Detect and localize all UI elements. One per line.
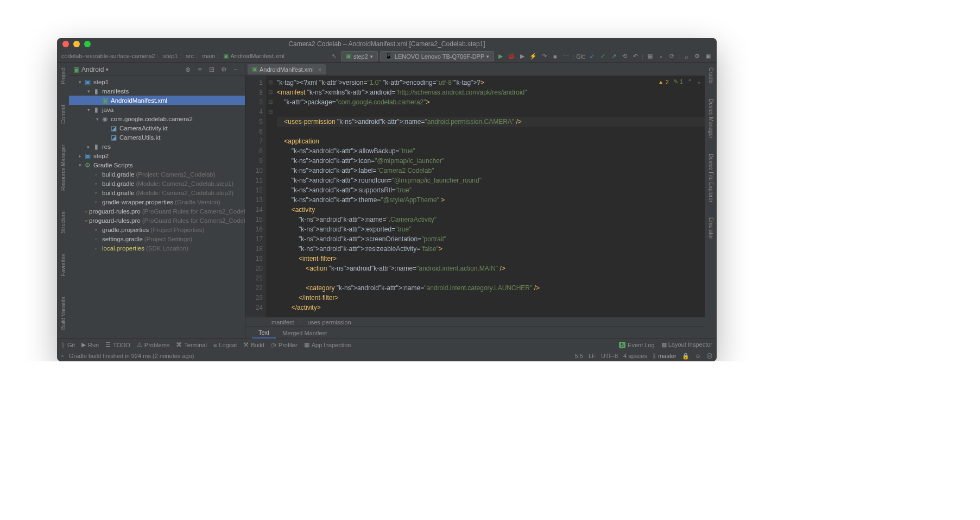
tool-window-tab[interactable]: Emulator	[708, 215, 714, 241]
tool-window-tab[interactable]: Structure	[60, 209, 66, 236]
tree-item[interactable]: ▫proguard-rules.pro(ProGuard Rules for C…	[69, 216, 245, 225]
git-push-icon[interactable]: ↗	[609, 52, 618, 61]
coverage-icon[interactable]: ▶	[518, 52, 527, 61]
git-branch[interactable]: ᚱ master	[653, 353, 676, 359]
run-button[interactable]: ▶	[496, 52, 505, 61]
editor-breadcrumb[interactable]: manifest 〉 uses-permission	[245, 317, 705, 327]
minimize-window-button[interactable]	[73, 41, 80, 47]
line-gutter[interactable]: 123456789101112131415161718192021222324	[245, 76, 266, 317]
tree-item[interactable]: ▸▮res	[69, 142, 245, 151]
memory-icon[interactable]: ☹	[706, 353, 712, 360]
editor-sub-tab[interactable]: Text	[252, 328, 276, 339]
tool-window-button[interactable]: ᚱ Git	[61, 342, 75, 348]
file-encoding[interactable]: UTF-8	[601, 353, 618, 359]
indent-setting[interactable]: 4 spaces	[623, 353, 647, 359]
tool-window-tab[interactable]: Gradle	[708, 65, 714, 86]
line-separator[interactable]: LF	[589, 353, 596, 359]
run-config-selector[interactable]: ▣ step2 ▾	[341, 51, 378, 61]
tree-item[interactable]: ◪CameraActivity.kt	[69, 123, 245, 133]
man-icon[interactable]: ☺	[695, 353, 701, 359]
tool-window-button[interactable]: ▦ App Inspection	[304, 341, 351, 348]
settings-icon[interactable]: ⚙	[693, 52, 701, 61]
editor-tabs: ▣ AndroidManifest.xml ×	[245, 63, 705, 76]
expand-all-icon[interactable]: ≡	[195, 65, 205, 74]
cursor-position[interactable]: 5:5	[575, 353, 583, 359]
help-icon[interactable]: ▣	[704, 52, 712, 61]
zoom-window-button[interactable]	[84, 41, 91, 47]
editor-sub-tab[interactable]: Merged Manifest	[276, 328, 333, 338]
tool-window-tab[interactable]: Device File Explorer	[708, 152, 714, 204]
tool-window-tab[interactable]: Build Variants	[60, 295, 66, 332]
back-icon[interactable]: ↖	[330, 52, 339, 61]
status-bar: ▫ Gradle build finished in 924 ms (2 min…	[57, 350, 717, 361]
settings-icon[interactable]: ⚙	[219, 65, 229, 74]
debug-icon[interactable]: 🐞	[507, 52, 516, 61]
tool-window-tab[interactable]: Project	[60, 65, 66, 86]
device-selector[interactable]: 📱 LENOVO Lenovo TB-Q706F-DPP ▾	[380, 51, 494, 61]
right-tool-rail: GradleDevice ManagerDevice File Explorer…	[705, 63, 717, 339]
titlebar: Camera2 Codelab – AndroidManifest.xml [C…	[57, 38, 717, 50]
tool-window-button[interactable]: ▦ Layout Inspector	[661, 341, 712, 348]
window-title: Camera2 Codelab – AndroidManifest.xml [C…	[288, 40, 485, 48]
profile-icon[interactable]: ⚡	[529, 52, 538, 61]
rollback-icon[interactable]: ↶	[631, 52, 640, 61]
tool-window-button[interactable]: ⚒ Build	[243, 341, 264, 348]
tree-item[interactable]: ▫gradle-wrapper.properties(Gradle Versio…	[69, 197, 245, 206]
editor-tab[interactable]: ▣ AndroidManifest.xml ×	[248, 64, 326, 74]
tree-item[interactable]: ▸▣step2	[69, 151, 245, 160]
tree-item[interactable]: ▣AndroidManifest.xml	[69, 96, 245, 105]
collapse-all-icon[interactable]: ⊟	[207, 65, 217, 74]
left-tool-rail: ProjectCommitResource ManagerStructureFa…	[57, 63, 69, 339]
tree-item[interactable]: ▾▮java	[69, 105, 245, 114]
tree-item[interactable]: ▾◉com.google.codelab.camera2	[69, 114, 245, 123]
tree-item[interactable]: ▾▮manifests	[69, 86, 245, 96]
sdk-icon[interactable]: ▫	[656, 52, 665, 61]
editor-area: ▣ AndroidManifest.xml × 1234567891011121…	[245, 63, 705, 339]
tool-window-tab[interactable]: Commit	[60, 103, 66, 126]
stop-icon[interactable]: ■	[551, 52, 559, 61]
inspection-widget[interactable]: ▲ 2 ✎ 1 ⌃ ⌄	[658, 78, 701, 85]
tool-window-button[interactable]: ≡ Logcat	[213, 342, 237, 348]
tool-window-tab[interactable]: Resource Manager	[60, 142, 66, 193]
window-controls	[62, 41, 91, 47]
search-icon[interactable]: ⌕	[682, 52, 691, 61]
tree-item[interactable]: ▫build.gradle(Project: Camera2_Codelab)	[69, 170, 245, 179]
tool-window-button[interactable]: 5 Event Log	[619, 342, 655, 348]
close-tab-icon[interactable]: ×	[318, 66, 321, 73]
tree-item[interactable]: ▫settings.gradle(Project Settings)	[69, 234, 245, 243]
tree-item[interactable]: ▫proguard-rules.pro(ProGuard Rules for C…	[69, 206, 245, 216]
hide-panel-icon[interactable]: −	[231, 65, 241, 74]
tree-item[interactable]: ◪CameraUtils.kt	[69, 133, 245, 142]
avd-icon[interactable]: ▦	[646, 52, 654, 61]
project-view-selector[interactable]: Android	[81, 66, 104, 73]
more-icon[interactable]: ⋯	[561, 52, 570, 61]
tool-window-tab[interactable]: Favorites	[60, 252, 66, 278]
lock-icon[interactable]: 🔒	[682, 353, 690, 360]
tool-window-button[interactable]: ⌘ Terminal	[176, 341, 207, 348]
git-commit-icon[interactable]: ✓	[598, 52, 607, 61]
tool-window-tab[interactable]: Device Manager	[708, 97, 714, 141]
tool-window-button[interactable]: ⚠ Problems	[137, 341, 169, 348]
close-window-button[interactable]	[62, 41, 69, 47]
attach-icon[interactable]: ↷	[540, 52, 548, 61]
tree-item[interactable]: ▫build.gradle(Module: Camera2_Codelab.st…	[69, 188, 245, 197]
history-icon[interactable]: ⟲	[620, 52, 629, 61]
code-content[interactable]: "k-tag"><?xml "k-attr">version="1.0" "k-…	[266, 76, 705, 317]
tool-window-button[interactable]: ▶ Run	[81, 341, 99, 348]
tree-item[interactable]: ▫gradle.properties(Project Properties)	[69, 225, 245, 234]
project-tree[interactable]: ▾▣step1▾▮manifests▣AndroidManifest.xml▾▮…	[69, 76, 245, 339]
editor-sub-tabs: TextMerged Manifest	[245, 327, 705, 339]
breadcrumb[interactable]: codelab-resizable-surface-camera2 〉 step…	[61, 53, 284, 60]
code-editor[interactable]: 123456789101112131415161718192021222324 …	[245, 76, 705, 317]
tree-item[interactable]: ▾⚙Gradle Scripts	[69, 160, 245, 170]
tree-item[interactable]: ▾▣step1	[69, 77, 245, 86]
sync-icon[interactable]: ⟳	[667, 52, 676, 61]
tree-item[interactable]: ▫build.gradle(Module: Camera2_Codelab.st…	[69, 179, 245, 188]
tree-item[interactable]: ▫local.properties(SDK Location)	[69, 243, 245, 253]
git-pull-icon[interactable]: ↙	[587, 52, 596, 61]
project-panel-header: ▣ Android ▾ ⊕ ≡ ⊟ ⚙ −	[69, 63, 245, 76]
git-label: Git:	[576, 53, 585, 60]
tool-window-button[interactable]: ☰ TODO	[105, 341, 130, 348]
tool-window-button[interactable]: ◷ Profiler	[271, 341, 298, 348]
select-opened-icon[interactable]: ⊕	[183, 65, 193, 74]
